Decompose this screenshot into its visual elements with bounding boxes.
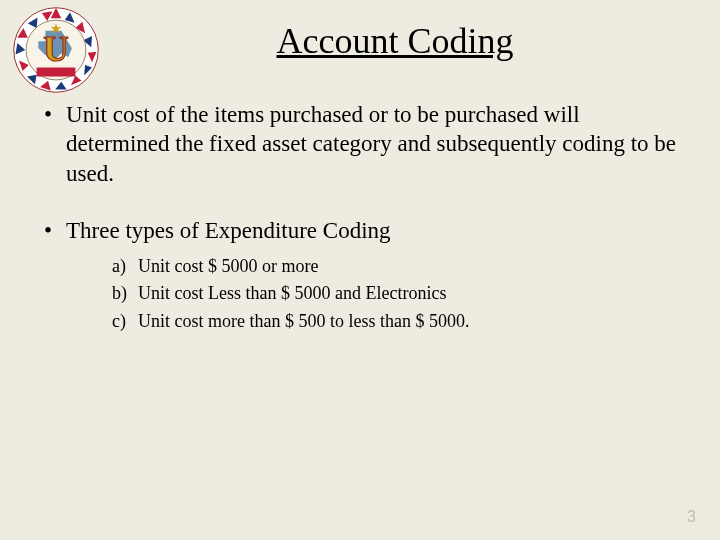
list-item: b) Unit cost Less than $ 5000 and Electr…: [112, 281, 688, 306]
list-text: Unit cost $ 5000 or more: [138, 254, 318, 279]
list-item: c) Unit cost more than $ 500 to less tha…: [112, 309, 688, 334]
svg-rect-3: [37, 68, 76, 77]
list-text: Unit cost more than $ 500 to less than $…: [138, 309, 469, 334]
slide-content: • Unit cost of the items purchased or to…: [0, 100, 720, 334]
bullet-item: • Three types of Expenditure Coding: [32, 216, 688, 246]
bullet-text: Unit cost of the items purchased or to b…: [66, 100, 688, 188]
slide-title: Account Coding: [70, 0, 720, 62]
list-text: Unit cost Less than $ 5000 and Electroni…: [138, 281, 446, 306]
page-number: 3: [687, 508, 696, 526]
bullet-mark: •: [44, 216, 52, 246]
school-district-logo: U: [12, 6, 100, 94]
list-mark: c): [112, 309, 138, 334]
svg-text:U: U: [43, 30, 68, 69]
list-mark: b): [112, 281, 138, 306]
bullet-item: • Unit cost of the items purchased or to…: [32, 100, 688, 188]
list-mark: a): [112, 254, 138, 279]
sublist: a) Unit cost $ 5000 or more b) Unit cost…: [112, 254, 688, 334]
list-item: a) Unit cost $ 5000 or more: [112, 254, 688, 279]
bullet-mark: •: [44, 100, 52, 188]
bullet-text: Three types of Expenditure Coding: [66, 216, 390, 246]
